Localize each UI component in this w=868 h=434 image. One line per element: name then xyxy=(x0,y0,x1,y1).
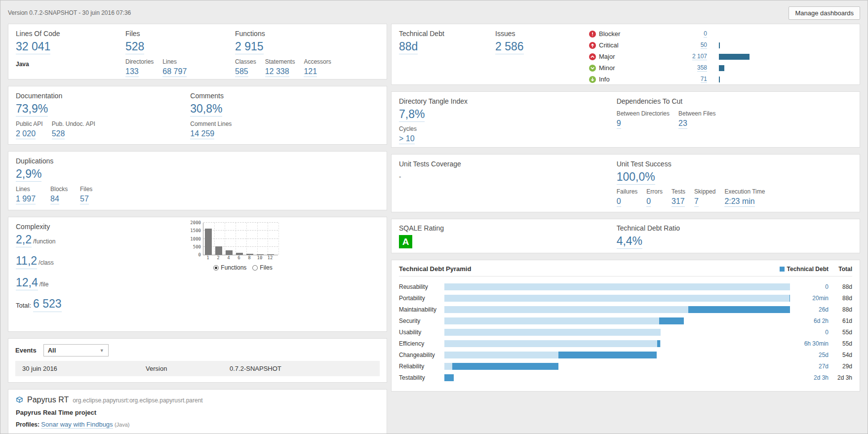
pub-undoc-api-value[interactable]: 528 xyxy=(52,129,65,139)
histogram-bar xyxy=(267,254,274,255)
profile-link[interactable]: Sonar way with Findbugs xyxy=(41,421,113,429)
severity-count[interactable]: 71 xyxy=(701,76,707,83)
skipped-value[interactable]: 7 xyxy=(694,197,699,207)
technical-debt-ratio-value[interactable]: 4,4% xyxy=(617,235,642,249)
histogram-bar xyxy=(236,253,243,255)
directory-tangle-index-value[interactable]: 7,8% xyxy=(399,108,425,122)
tests-value[interactable]: 317 xyxy=(671,197,685,207)
project-card: Papyrus RT org.eclipse.papyrusrt:org.ecl… xyxy=(8,389,387,434)
pyramid-row: Efficiency6h 30min55d xyxy=(399,338,852,349)
execution-time-value[interactable]: 2:23 min xyxy=(724,197,754,207)
pyramid-debt-value[interactable]: 2d 3h xyxy=(790,374,829,381)
public-api-value[interactable]: 2 020 xyxy=(16,129,36,139)
statements-value[interactable]: 12 338 xyxy=(265,67,289,77)
comments-label: Comments xyxy=(190,92,379,100)
event-name: 0.7.2-SNAPSHOT xyxy=(230,365,373,372)
complexity-per-function-value[interactable]: 2,2 xyxy=(16,233,32,247)
top-bar: Version 0.7.2-SNAPSHOT - 30 juin 2016 07… xyxy=(8,4,860,22)
x-tick-label: 2 xyxy=(215,255,222,260)
duplications-value[interactable]: 2,9% xyxy=(16,167,41,182)
pyramid-row-label: Usability xyxy=(399,329,444,336)
pyramid-debt-value[interactable]: 25d xyxy=(790,352,829,358)
severity-name: Minor xyxy=(599,64,641,72)
pyramid-bar xyxy=(444,374,790,381)
directories-label: Directories xyxy=(125,58,154,65)
pyramid-row-label: Maintainability xyxy=(399,306,444,313)
radio-files[interactable]: Files xyxy=(252,264,272,271)
severity-row: Minor358 xyxy=(589,64,763,72)
histogram-bar xyxy=(257,254,264,255)
dup-lines-value[interactable]: 1 997 xyxy=(16,195,36,204)
severity-bar xyxy=(719,77,763,82)
complexity-per-class-value[interactable]: 11,2 xyxy=(16,254,37,269)
lines-value[interactable]: 68 797 xyxy=(162,67,187,77)
severity-count[interactable]: 0 xyxy=(704,30,707,38)
unit-test-success-value[interactable]: 100,0% xyxy=(617,170,655,185)
pyramid-total-value: 55d xyxy=(829,340,852,347)
issues-value[interactable]: 2 586 xyxy=(495,40,524,54)
dup-files-value[interactable]: 57 xyxy=(80,195,89,204)
version-text: Version 0.7.2-SNAPSHOT - 30 juin 2016 07… xyxy=(8,9,131,16)
gridline xyxy=(278,223,279,255)
events-filter-select[interactable]: All ▼ xyxy=(43,344,109,356)
complexity-per-file-value[interactable]: 12,4 xyxy=(16,276,38,290)
radio-icon xyxy=(213,265,219,271)
pyramid-total-value: 61d xyxy=(829,317,852,324)
pyramid-debt-value[interactable]: 27d xyxy=(790,363,829,370)
project-description: Papyrus Real Time project xyxy=(16,409,379,416)
severity-count[interactable]: 2 107 xyxy=(692,53,707,60)
pyramid-title: Technical Debt Pyramid xyxy=(399,265,780,273)
pyramid-debt-value[interactable]: 6h 30min xyxy=(790,340,829,347)
functions-value[interactable]: 2 915 xyxy=(235,40,264,54)
comments-value[interactable]: 30,8% xyxy=(190,102,222,117)
severity-bar xyxy=(719,54,763,60)
files-label: Files xyxy=(125,30,235,38)
between-directories-value[interactable]: 9 xyxy=(617,119,621,129)
severity-count[interactable]: 50 xyxy=(701,41,707,49)
severity-bar xyxy=(719,42,763,48)
pyramid-debt-value[interactable]: 0 xyxy=(790,283,829,290)
complexity-per-class-unit: /class xyxy=(39,259,54,266)
classes-value[interactable]: 585 xyxy=(235,67,248,77)
pyramid-debt-value[interactable]: 20min xyxy=(790,295,829,302)
severity-count[interactable]: 358 xyxy=(697,64,707,72)
lines-label: Lines xyxy=(162,58,187,65)
complexity-total-value[interactable]: 6 523 xyxy=(33,297,62,312)
tests-card: Unit Tests Coverage - Unit Test Success … xyxy=(391,154,860,212)
directories-value[interactable]: 133 xyxy=(125,67,139,77)
pyramid-debt-value[interactable]: 6d 2h xyxy=(790,317,829,324)
pyramid-debt-value[interactable]: 0 xyxy=(790,329,829,336)
severity-row: Info71 xyxy=(589,75,763,83)
pyramid-bar xyxy=(444,306,790,313)
pyramid-bar xyxy=(444,283,790,290)
technical-debt-value[interactable]: 88d xyxy=(399,40,418,54)
cycles-value[interactable]: > 10 xyxy=(399,134,415,144)
pyramid-total-value: 88d xyxy=(829,283,852,290)
pyramid-card: Technical Debt Pyramid Technical Debt To… xyxy=(391,260,860,392)
duplications-card: Duplications 2,9% Lines 1 997 Blocks 84 … xyxy=(8,151,387,210)
failures-value[interactable]: 0 xyxy=(617,197,621,207)
documentation-value[interactable]: 73,9% xyxy=(16,102,48,117)
complexity-per-file-unit: /file xyxy=(39,281,49,288)
pyramid-debt-value[interactable]: 26d xyxy=(790,306,829,313)
accessors-value[interactable]: 121 xyxy=(304,67,317,77)
profile-language: (Java) xyxy=(115,422,130,428)
blocker-icon xyxy=(589,31,596,38)
pyramid-bar-debt xyxy=(452,363,558,370)
x-tick-label: 6 xyxy=(236,255,242,260)
between-files-value[interactable]: 23 xyxy=(678,119,687,129)
loc-value[interactable]: 32 041 xyxy=(16,40,50,54)
sqale-rating-badge: A xyxy=(399,235,412,248)
files-value[interactable]: 528 xyxy=(125,40,144,54)
errors-value[interactable]: 0 xyxy=(646,197,651,207)
comment-lines-value[interactable]: 14 259 xyxy=(190,129,214,139)
x-tick-label: 1 xyxy=(204,255,211,260)
dup-blocks-value[interactable]: 84 xyxy=(50,195,59,204)
accessors-label: Accessors xyxy=(304,58,331,65)
pyramid-row-label: Changeability xyxy=(399,352,444,358)
pyramid-bar xyxy=(444,295,790,302)
histogram-bar xyxy=(205,229,212,255)
event-row: 30 juin 2016 Version 0.7.2-SNAPSHOT xyxy=(15,361,380,376)
radio-functions[interactable]: Functions xyxy=(213,264,246,271)
manage-dashboards-button[interactable]: Manage dashboards xyxy=(789,6,860,20)
